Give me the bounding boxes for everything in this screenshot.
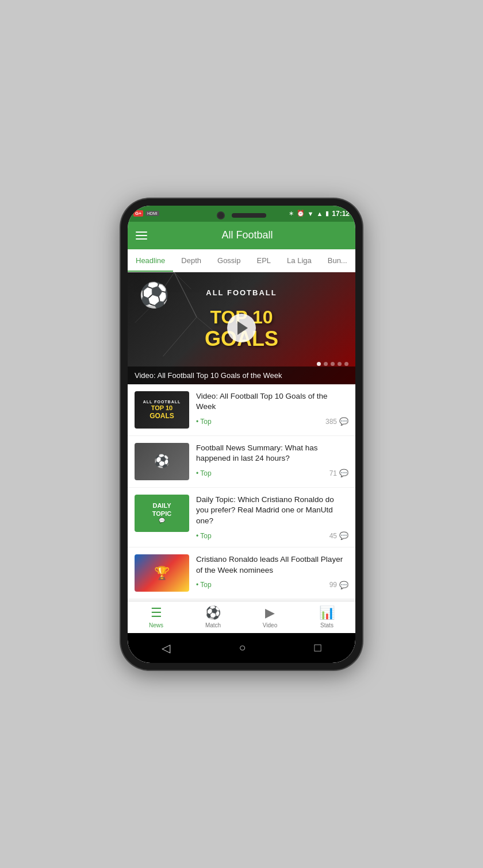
news-icon: ☰: [151, 605, 162, 620]
news-title-4: Cristiano Ronaldo leads All Football Pla…: [196, 554, 348, 576]
content-area: ⚽ ALL FOOTBALL TOP 10 GOALS: [128, 272, 355, 601]
news-item-4[interactable]: 🏆 Cristiano Ronaldo leads All Football P…: [128, 547, 355, 599]
news-comments-1: 385 💬: [325, 417, 348, 426]
hero-pagination-dots: [317, 362, 348, 366]
hero-caption: Video: All Football Top 10 Goals of the …: [128, 367, 355, 384]
menu-button[interactable]: [136, 232, 147, 240]
news-thumb-1: ALL FOOTBALL TOP 10 GOALS: [135, 391, 189, 429]
news-content-2: Football News Summary: What has happened…: [196, 443, 348, 478]
news-item-1[interactable]: ALL FOOTBALL TOP 10 GOALS Video: All Foo…: [128, 384, 355, 436]
comment-icon-2: 💬: [339, 469, 348, 477]
news-title-3: Daily Topic: Which Cristiano Ronaldo do …: [196, 495, 348, 527]
bottom-nav: ☰ News ⚽ Match ▶ Video 📊 Stats: [128, 601, 355, 633]
video-icon: ▶: [265, 605, 275, 620]
svg-line-0: [174, 272, 197, 317]
app-title: All Football: [147, 229, 347, 241]
android-nav-bar: ◁ ○ □: [128, 633, 355, 663]
tab-epl[interactable]: EPL: [249, 249, 279, 272]
tab-headline[interactable]: Headline: [128, 249, 173, 272]
comments-count-4: 99: [329, 581, 337, 589]
alarm-icon: ⏰: [297, 210, 305, 217]
news-tag-3: • Top: [196, 532, 212, 540]
dot-1: [317, 362, 321, 366]
speaker-grille: [232, 213, 266, 218]
news-meta-1: • Top 385 💬: [196, 417, 348, 426]
dot-4: [338, 362, 342, 366]
news-thumb-4: 🏆: [135, 554, 189, 592]
news-title-1: Video: All Football Top 10 Goals of the …: [196, 391, 348, 413]
dot-5: [344, 362, 348, 366]
hero-banner[interactable]: ⚽ ALL FOOTBALL TOP 10 GOALS: [128, 272, 355, 384]
news-thumb-3: DAILYTOPIC 💬: [135, 495, 189, 532]
news-meta-4: • Top 99 💬: [196, 581, 348, 589]
news-item-3[interactable]: DAILYTOPIC 💬 Daily Topic: Which Cristian…: [128, 488, 355, 548]
bottom-nav-news-label: News: [149, 622, 163, 628]
comment-icon-1: 💬: [339, 417, 348, 426]
news-tag-2: • Top: [196, 469, 212, 477]
bottom-nav-match[interactable]: ⚽ Match: [185, 601, 241, 633]
news-thumb-2: ⚽: [135, 443, 189, 480]
bottom-nav-stats[interactable]: 📊 Stats: [298, 601, 355, 633]
tab-bar: Headline Depth Gossip EPL La Liga Bun...: [128, 249, 355, 272]
phone-screen: G+ HDMI ∗ ⏰ ▼ ▲ ▮ 17:12 All Football Hea…: [128, 206, 355, 663]
tab-depth[interactable]: Depth: [173, 249, 209, 272]
bluetooth-icon: ∗: [289, 210, 294, 217]
dot-3: [331, 362, 335, 366]
match-icon: ⚽: [205, 605, 221, 620]
news-title-2: Football News Summary: What has happened…: [196, 443, 348, 465]
news-meta-3: • Top 45 💬: [196, 531, 348, 540]
bottom-nav-video[interactable]: ▶ Video: [241, 601, 298, 633]
status-right-icons: ∗ ⏰ ▼ ▲ ▮ 17:12: [289, 210, 350, 218]
hero-play-button[interactable]: [227, 314, 256, 342]
news-tag-1: • Top: [196, 418, 212, 426]
android-back-button[interactable]: ◁: [162, 641, 170, 655]
status-time: 17:12: [332, 210, 350, 218]
thumb-match-image: ⚽: [135, 443, 189, 480]
status-left-icons: G+ HDMI: [133, 210, 159, 217]
hero-all-football-text: ALL FOOTBALL: [206, 288, 277, 297]
bottom-nav-news[interactable]: ☰ News: [128, 601, 185, 633]
news-comments-3: 45 💬: [329, 531, 348, 540]
play-icon: [237, 321, 248, 335]
android-home-button[interactable]: ○: [239, 641, 246, 654]
front-camera: [217, 211, 225, 219]
android-recent-button[interactable]: □: [314, 641, 321, 654]
tab-gossip[interactable]: Gossip: [209, 249, 248, 272]
bottom-nav-video-label: Video: [263, 622, 277, 628]
comment-icon-4: 💬: [339, 581, 348, 589]
app-toolbar: All Football: [128, 222, 355, 249]
thumb-goals-image: ALL FOOTBALL TOP 10 GOALS: [135, 391, 189, 429]
hdmi-icon: HDMI: [145, 211, 159, 216]
battery-icon: ▮: [325, 210, 329, 217]
comments-count-2: 71: [329, 469, 337, 477]
tab-bun[interactable]: Bun...: [320, 249, 355, 272]
thumb-daily-image: DAILYTOPIC 💬: [135, 495, 189, 532]
bottom-nav-stats-label: Stats: [320, 622, 334, 628]
comments-count-1: 385: [325, 418, 337, 426]
svg-line-1: [163, 317, 197, 356]
news-content-3: Daily Topic: Which Cristiano Ronaldo do …: [196, 495, 348, 541]
google-plus-icon: G+: [133, 210, 143, 217]
news-tag-4: • Top: [196, 581, 212, 589]
phone-top-hardware: [217, 211, 266, 219]
news-content-1: Video: All Football Top 10 Goals of the …: [196, 391, 348, 426]
news-item-2[interactable]: ⚽ Football News Summary: What has happen…: [128, 436, 355, 488]
news-meta-2: • Top 71 💬: [196, 469, 348, 477]
signal-icon: ▲: [316, 210, 323, 217]
stats-icon: 📊: [319, 605, 335, 620]
news-comments-2: 71 💬: [329, 469, 348, 477]
soccer-ball-icon: ⚽: [139, 281, 169, 309]
tab-laliga[interactable]: La Liga: [279, 249, 320, 272]
phone-frame: G+ HDMI ∗ ⏰ ▼ ▲ ▮ 17:12 All Football Hea…: [121, 199, 362, 670]
news-list: ALL FOOTBALL TOP 10 GOALS Video: All Foo…: [128, 384, 355, 600]
thumb-mvp-image: 🏆: [135, 554, 189, 592]
comments-count-3: 45: [329, 532, 337, 540]
news-content-4: Cristiano Ronaldo leads All Football Pla…: [196, 554, 348, 589]
news-comments-4: 99 💬: [329, 581, 348, 589]
dot-2: [324, 362, 328, 366]
svg-line-5: [174, 272, 191, 289]
wifi-icon: ▼: [308, 210, 314, 217]
comment-icon-3: 💬: [339, 531, 348, 540]
bottom-nav-match-label: Match: [205, 622, 221, 628]
